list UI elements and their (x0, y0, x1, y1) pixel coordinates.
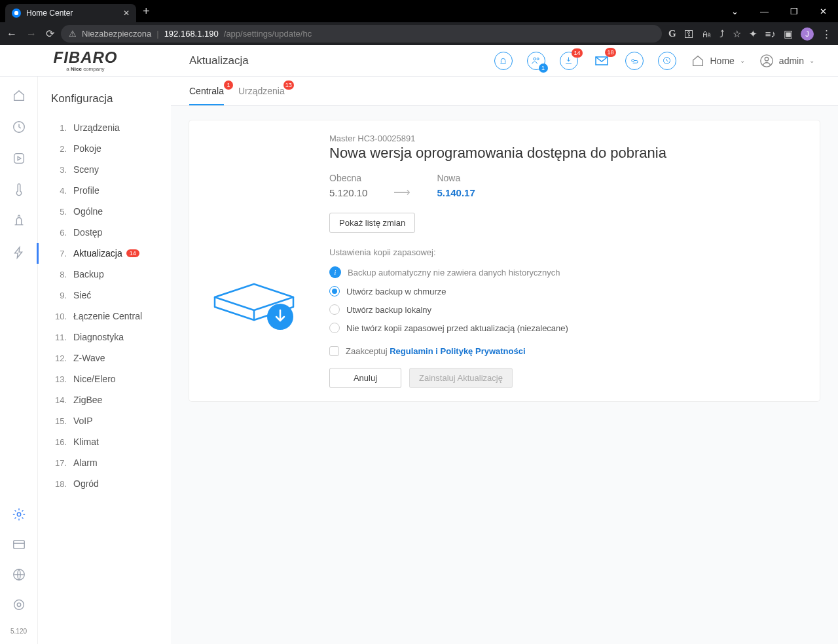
sidebar-item-4[interactable]: 5.Ogólne (37, 201, 164, 222)
changelog-button[interactable]: Pokaż listę zmian (329, 213, 415, 233)
hub-download-illustration (205, 134, 303, 388)
reload-icon[interactable]: ⟳ (46, 27, 54, 40)
sidebar-item-10[interactable]: 11.Diagnostyka (37, 327, 164, 348)
rail-alarm-icon[interactable] (12, 214, 26, 228)
cancel-button[interactable]: Anuluj (329, 368, 401, 388)
install-button[interactable]: Zainstaluj Aktualizację (409, 368, 513, 388)
tab-title: Home Center (26, 9, 73, 18)
tab-close-icon[interactable]: ✕ (123, 9, 130, 18)
translate-icon[interactable]: 🗛 (702, 28, 712, 39)
rail-device-icon[interactable] (12, 598, 26, 612)
new-tab-button[interactable]: + (136, 5, 156, 18)
forward-icon[interactable]: → (26, 28, 37, 40)
sidebar-item-2[interactable]: 3.Sceny (37, 159, 164, 180)
menu-icon[interactable]: ⋮ (822, 28, 831, 40)
svg-rect-8 (13, 541, 24, 549)
rail-panel-icon[interactable] (12, 537, 26, 552)
rail-scenes-icon[interactable] (12, 151, 26, 166)
clock-icon[interactable] (658, 52, 676, 70)
rail-settings-icon[interactable] (12, 507, 26, 522)
window-dropdown-icon[interactable]: ⌄ (720, 0, 750, 22)
mail-icon[interactable]: 18 (592, 52, 611, 70)
sidebar-item-7[interactable]: 8.Backup (37, 264, 164, 285)
secure-label: Niezabezpieczona (82, 29, 151, 39)
content-tab-1[interactable]: Urządzenia13 (238, 86, 285, 105)
svg-point-1 (537, 58, 539, 60)
radio-cloud-backup[interactable]: Utwórz backup w chmurze (329, 286, 804, 296)
logo-area[interactable]: FIBARO a Nice company (0, 47, 171, 75)
window-close-icon[interactable]: ✕ (809, 0, 838, 22)
address-bar[interactable]: ⚠ Niezabezpieczona | 192.168.1.190/app/s… (61, 25, 662, 43)
logo-subtext: a Nice company (66, 66, 104, 72)
home-dropdown[interactable]: Home ⌄ (691, 54, 745, 68)
terms-checkbox[interactable] (329, 346, 339, 356)
svg-point-4 (765, 57, 769, 61)
sidebar-item-11[interactable]: 12.Z-Wave (37, 348, 164, 368)
new-version-value: 5.140.17 (437, 187, 475, 198)
sidebar-item-9[interactable]: 10.Łączenie Central (37, 306, 164, 327)
master-label: Master HC3-00025891 (329, 134, 804, 143)
sidebar-item-17[interactable]: 18.Ogród (37, 473, 164, 494)
url-host: 192.168.1.190 (164, 29, 219, 39)
tab-badge: 1 (224, 80, 233, 90)
rail-energy-icon[interactable] (12, 245, 26, 260)
bookmark-icon[interactable]: ☆ (733, 28, 741, 40)
page-title: Aktualizacja (171, 54, 494, 67)
browser-tab[interactable]: Home Center ✕ (5, 4, 136, 22)
media-icon[interactable]: ≡♪ (765, 28, 776, 39)
update-title: Nowa wersja oprogramowania dostępna do p… (329, 145, 804, 162)
window-minimize-icon[interactable]: — (750, 0, 779, 22)
radio-icon (329, 286, 340, 296)
url-path: /app/settings/update/hc (224, 29, 312, 39)
sidebar-item-13[interactable]: 14.ZigBee (37, 389, 164, 410)
window-maximize-icon[interactable]: ❐ (779, 0, 809, 22)
user-icon (759, 54, 774, 68)
home-icon (691, 54, 705, 68)
backup-section-label: Ustawienia kopii zapasowej: (329, 247, 804, 257)
info-icon: i (329, 266, 341, 278)
users-icon[interactable]: 1 (527, 52, 545, 70)
rail-temperature-icon[interactable] (12, 183, 26, 197)
sidebar-item-0[interactable]: 1.Urządzenia (37, 117, 164, 138)
arrow-icon: ⟶ (393, 185, 410, 200)
rail-home-icon[interactable] (12, 88, 26, 103)
new-version-label: Nowa (437, 173, 475, 183)
chevron-down-icon: ⌄ (740, 57, 745, 64)
content-tab-0[interactable]: Centrala1 (189, 86, 224, 105)
radio-icon (329, 323, 340, 333)
share-icon[interactable]: ⤴ (720, 28, 725, 39)
sidebar-item-16[interactable]: 17.Alarm (37, 452, 164, 473)
user-dropdown[interactable]: admin ⌄ (759, 54, 814, 68)
terms-link[interactable]: Regulamin i Politykę Prywatności (390, 346, 525, 356)
weather-icon[interactable] (625, 52, 644, 70)
insecure-icon: ⚠ (69, 29, 77, 39)
svg-point-2 (632, 60, 634, 62)
svg-point-7 (17, 512, 21, 516)
mail-badge: 18 (605, 48, 615, 57)
sidebar-item-6[interactable]: 7.Aktualizacja14 (37, 243, 164, 264)
back-icon[interactable]: ← (7, 28, 17, 40)
svg-point-0 (534, 58, 536, 60)
tab-badge: 13 (283, 80, 294, 90)
sidebar-item-12[interactable]: 13.Nice/Elero (37, 368, 164, 389)
google-icon[interactable]: G (668, 28, 676, 39)
alarm-icon[interactable] (494, 52, 513, 70)
sidebar-item-14[interactable]: 15.VoIP (37, 410, 164, 431)
sidebar-item-8[interactable]: 9.Sieć (37, 285, 164, 306)
download-icon[interactable]: 14 (560, 52, 578, 70)
sidebar-item-1[interactable]: 2.Pokoje (37, 138, 164, 159)
sidebar-item-15[interactable]: 16.Klimat (37, 431, 164, 452)
rail-history-icon[interactable] (12, 120, 26, 134)
radio-icon (329, 304, 340, 315)
rail-network-icon[interactable] (12, 567, 26, 582)
svg-point-10 (14, 600, 24, 610)
sidebar-item-5[interactable]: 6.Dostęp (37, 222, 164, 243)
sidebar-item-3[interactable]: 4.Profile (37, 180, 164, 201)
password-key-icon[interactable]: ⚿ (684, 28, 694, 39)
radio-no-backup[interactable]: Nie twórz kopii zapasowej przed aktualiz… (329, 323, 804, 333)
sidepanel-icon[interactable]: ▣ (784, 28, 793, 40)
version-label: 5.120 (10, 628, 27, 635)
extensions-icon[interactable]: ✦ (749, 28, 757, 40)
radio-local-backup[interactable]: Utwórz backup lokalny (329, 304, 804, 315)
profile-avatar[interactable]: J (801, 27, 814, 41)
